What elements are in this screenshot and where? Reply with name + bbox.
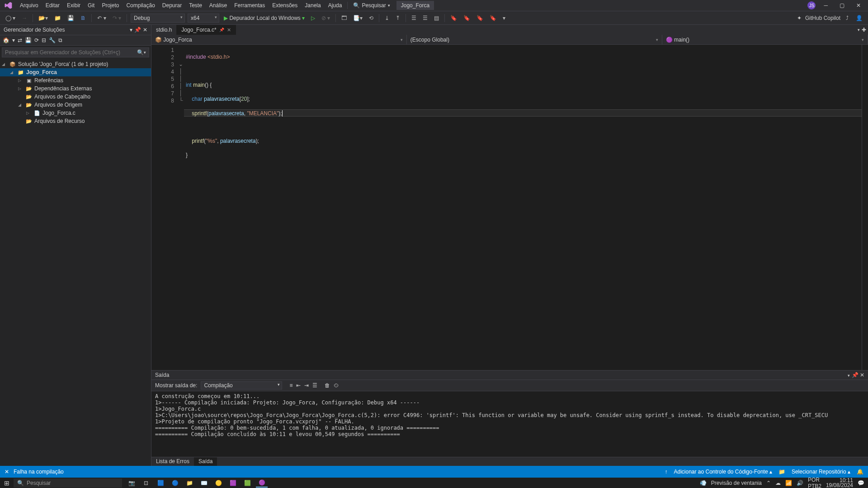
out-dd-icon[interactable]: ▾ xyxy=(848,373,850,378)
mail-icon[interactable]: ✉️ xyxy=(198,479,210,488)
bell-icon[interactable]: 🔔 xyxy=(857,469,863,475)
source-file[interactable]: ▷📄 Jogo_Forca.c xyxy=(0,109,151,117)
nav-back-icon[interactable]: ◯ ▾ xyxy=(4,14,17,22)
menu-editar[interactable]: Editar xyxy=(42,0,63,10)
tb-bm-5[interactable]: ▾ xyxy=(501,14,507,22)
wifi-icon[interactable]: 📶 xyxy=(785,480,792,486)
weather-text[interactable]: Previsão de ventania xyxy=(711,480,762,486)
taskbar-search[interactable]: 🔍 Pesquisar xyxy=(14,479,122,488)
out-wrap-icon[interactable]: ⏲ xyxy=(334,382,339,389)
folder-resource[interactable]: 📂 Arquivos de Recurso xyxy=(0,117,151,125)
menu-git[interactable]: Git xyxy=(84,0,98,10)
out-tb-2[interactable]: ⇤ xyxy=(296,382,301,389)
start-nodebug-icon[interactable]: ▷ xyxy=(309,14,317,22)
out-tb-4[interactable]: ☰ xyxy=(312,382,317,389)
output-source-dropdown[interactable]: Compilação xyxy=(201,381,282,389)
menu-janela[interactable]: Janela xyxy=(301,0,324,10)
menu-arquivo[interactable]: Arquivo xyxy=(16,0,42,10)
new-project-icon[interactable]: 📂▾ xyxy=(37,14,50,22)
sol-home-icon[interactable]: 🏠 xyxy=(3,37,9,43)
tb-icon-4[interactable]: ⤓ xyxy=(383,14,391,22)
menu-teste[interactable]: Teste xyxy=(185,0,206,10)
sol-sync-icon[interactable]: ⇄ xyxy=(18,37,22,43)
tab-close-icon[interactable]: ✕ xyxy=(227,27,231,33)
tab-error-list[interactable]: Lista de Erros xyxy=(151,457,194,466)
forms-icon[interactable]: 🟪 xyxy=(227,479,239,488)
lang-indicator[interactable]: PORPTB2 xyxy=(808,477,821,488)
out-tb-1[interactable]: ≡ xyxy=(289,382,292,389)
tb-icon-6[interactable]: ☰ xyxy=(410,14,418,22)
sol-view-icon[interactable]: ▾ xyxy=(12,37,15,43)
tb-bm-4[interactable]: 🔖 xyxy=(488,14,498,22)
nav-member-dropdown[interactable]: 🟣 main() xyxy=(662,35,868,44)
tb-icon-7[interactable]: ☰ xyxy=(421,14,429,22)
redo-icon[interactable]: ↷ ▾ xyxy=(111,14,123,22)
tb-icon-8[interactable]: ▤ xyxy=(432,14,441,22)
platform-dropdown[interactable]: x64 xyxy=(188,14,219,23)
notifications-icon[interactable]: 💬 xyxy=(858,480,864,486)
nav-forward-icon[interactable]: → xyxy=(20,14,29,22)
edge-icon[interactable]: 🔵 xyxy=(169,479,181,488)
chrome-icon[interactable]: 🟡 xyxy=(212,479,224,488)
folder-deps[interactable]: ▷📂 Dependências Externas xyxy=(0,84,151,93)
output-text[interactable]: A construção começou em 10:11... 1>-----… xyxy=(151,391,868,457)
stop-icon[interactable]: ⊘ ▾ xyxy=(320,14,332,22)
solution-root[interactable]: ◢📦 Solução 'Jogo_Forca' (1 de 1 projeto) xyxy=(0,60,151,68)
share-icon[interactable]: ⤴ xyxy=(844,14,850,22)
pin-icon[interactable]: 📌 xyxy=(219,28,224,32)
panel-dropdown-icon[interactable]: ▾ xyxy=(130,27,132,33)
menu-depurar[interactable]: Depurar xyxy=(159,0,185,10)
volume-icon[interactable]: 🔊 xyxy=(797,480,803,486)
tb-bm-3[interactable]: 🔖 xyxy=(475,14,485,22)
tb-bm-2[interactable]: 🔖 xyxy=(462,14,472,22)
tray-chevron-icon[interactable]: ⌃ xyxy=(766,480,771,486)
project-title-button[interactable]: Jogo_Forca xyxy=(396,1,434,10)
menu-search[interactable]: 🔍 Pesquisar ▾ xyxy=(349,2,393,9)
camera-icon[interactable]: 📷 xyxy=(126,479,137,488)
nav-scope-dropdown[interactable]: (Escopo Global) xyxy=(407,35,662,44)
menu-ajuda[interactable]: Ajuda xyxy=(325,0,346,10)
tab-stdio-h[interactable]: stdio.h xyxy=(151,25,177,35)
config-dropdown[interactable]: Debug xyxy=(131,14,185,23)
open-icon[interactable]: 📁 xyxy=(52,14,63,22)
close-button[interactable]: ✕ xyxy=(853,0,864,10)
add-source-control-button[interactable]: Adicionar ao Controle do Código-Fonte ▴ xyxy=(674,469,772,475)
undo-icon[interactable]: ↶ ▾ xyxy=(95,14,108,22)
maximize-button[interactable]: ▢ xyxy=(836,0,848,10)
onedrive-icon[interactable]: ☁ xyxy=(775,480,781,486)
out-pin-icon[interactable]: 📌 xyxy=(852,372,859,378)
menu-analise[interactable]: Análise xyxy=(206,0,231,10)
sol-prop-icon[interactable]: 🔧 xyxy=(49,37,56,43)
out-tb-3[interactable]: ⇥ xyxy=(304,382,309,389)
folder-source[interactable]: ◢📂 Arquivos de Origem xyxy=(0,101,151,109)
sol-save-icon[interactable]: 💾 xyxy=(25,37,32,43)
save-icon[interactable]: 💾 xyxy=(66,14,76,22)
tab-output[interactable]: Saída xyxy=(194,457,217,466)
start-debug-button[interactable]: ▶ Depurador Local do Windows ▾ xyxy=(222,14,307,22)
menu-extensoes[interactable]: Extensões xyxy=(269,0,301,10)
user-avatar[interactable]: JS xyxy=(807,1,816,9)
folder-headers[interactable]: 📂 Arquivos de Cabeçalho xyxy=(0,93,151,101)
save-all-icon[interactable]: 🗎 xyxy=(79,14,88,22)
nav-project-dropdown[interactable]: 📦 Jogo_Forca xyxy=(151,35,407,44)
sol-showall-icon[interactable]: ⧉ xyxy=(58,37,62,43)
folder-refs[interactable]: ▷▣ Referências xyxy=(0,76,151,84)
tab-jogo-forca-c[interactable]: Jogo_Forca.c* 📌 ✕ xyxy=(177,25,236,35)
copilot-tb-icon[interactable]: 🟦 xyxy=(155,479,166,488)
sol-collapse-icon[interactable]: ⊟ xyxy=(42,37,46,43)
tb-icon-1[interactable]: 🗔 xyxy=(340,14,349,22)
tb-bookmark-icon[interactable]: 🔖 xyxy=(448,14,459,22)
explorer-icon[interactable]: 📁 xyxy=(184,479,195,488)
project-node[interactable]: ◢📁 Jogo_Forca xyxy=(0,68,151,76)
nv-icon[interactable]: 🟩 xyxy=(241,479,253,488)
sol-refresh-icon[interactable]: ⟳ xyxy=(34,37,39,43)
minimize-button[interactable]: ─ xyxy=(820,0,831,10)
panel-close-icon[interactable]: ✕ xyxy=(143,27,147,33)
tb-icon-2[interactable]: 📑▾ xyxy=(351,14,364,22)
admin-icon[interactable]: 👤 xyxy=(854,14,864,22)
copilot-button[interactable]: GitHub Copilot xyxy=(805,15,840,21)
clock[interactable]: 10:11 19/08/2024 xyxy=(826,478,853,488)
tabs-add-icon[interactable]: ✚ xyxy=(862,27,866,33)
solution-search-input[interactable] xyxy=(5,49,137,56)
tabs-overflow-icon[interactable]: ▾ xyxy=(858,28,860,32)
